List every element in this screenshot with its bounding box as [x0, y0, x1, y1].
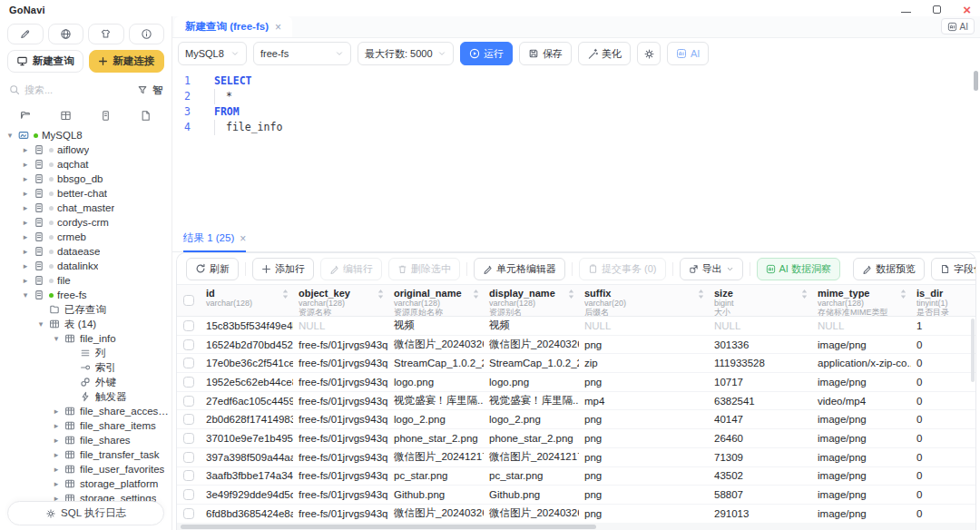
cell-original_name[interactable]: 视觉盛宴！库里隔...	[388, 392, 484, 410]
sql-editor[interactable]: 1SELECT2*3FROM4file_info	[172, 69, 980, 225]
cell-object_key[interactable]: free-fs/01jrvgs943q...	[293, 392, 388, 410]
expand-arrow-icon[interactable]: ▸	[52, 407, 61, 416]
table-hscrollbar[interactable]	[177, 523, 975, 530]
collapse-arrow-icon[interactable]: ▾	[21, 290, 30, 299]
expand-arrow-icon[interactable]: ▸	[52, 436, 61, 445]
cell-is_dir[interactable]: 0	[911, 429, 975, 447]
tab-tables-grid[interactable]	[45, 106, 85, 125]
cell-mime_type[interactable]: NULL	[812, 317, 911, 335]
tree-item-datalinkx[interactable]: ▸datalinkx	[0, 259, 172, 273]
cell-mime_type[interactable]: image/png	[812, 373, 911, 391]
row-checkbox[interactable]	[183, 508, 194, 519]
cell-original_name[interactable]: StreamCap_1.0.2_2_...	[388, 354, 484, 372]
sort-icon[interactable]	[801, 290, 808, 300]
cell-is_dir[interactable]: 0	[911, 373, 975, 391]
expand-arrow-icon[interactable]: ▸	[52, 450, 61, 459]
cell-display_name[interactable]: StreamCap_1.0.2_2_...	[484, 354, 579, 372]
row-checkbox[interactable]	[183, 433, 194, 444]
expand-arrow-icon[interactable]: ▸	[21, 174, 30, 183]
tab-query-files[interactable]	[126, 106, 166, 125]
tree-item-file-user-favorites[interactable]: ▸file_user_favorites	[0, 462, 172, 476]
column-header-suffix[interactable]: suffixvarchar(20)后缀名	[579, 285, 709, 316]
column-header-id[interactable]: idvarchar(128)	[201, 285, 293, 316]
cell-size[interactable]: NULL	[709, 317, 812, 335]
new-query-button[interactable]: 新建查询	[7, 50, 83, 73]
cell-mime_type[interactable]: image/png	[812, 467, 911, 486]
database-select[interactable]: free-fs	[253, 42, 351, 65]
search-input[interactable]	[24, 84, 132, 95]
cell-suffix[interactable]: png	[579, 336, 709, 354]
collapse-arrow-icon[interactable]: ▾	[5, 131, 15, 140]
edit-row-button[interactable]: 编辑行	[320, 258, 382, 280]
expand-arrow-icon[interactable]: ▸	[21, 247, 30, 256]
table-row[interactable]: 17e0be36c2f541ce9...free-fs/01jrvgs943q.…	[177, 354, 975, 373]
sort-icon[interactable]	[377, 290, 384, 300]
cell-original_name[interactable]: 视频	[388, 317, 484, 335]
cell-display_name[interactable]: 微信图片_20241217...	[484, 448, 579, 466]
cell-display_name[interactable]: logo_2.png	[484, 410, 579, 428]
smart-search-button[interactable]: 智	[152, 83, 162, 97]
cell-id[interactable]: 1952e5c62eb44ce8...	[201, 373, 293, 391]
cell-id[interactable]: 3e49f929dde94d5d...	[201, 486, 293, 504]
cell-size[interactable]: 111933528	[709, 354, 812, 372]
expand-arrow-icon[interactable]: ▸	[52, 421, 61, 430]
cell-id[interactable]: 6fd8bd3685424e8a...	[201, 505, 293, 523]
tree-item-crmeb[interactable]: ▸crmeb	[0, 230, 172, 244]
editor-ai-button[interactable]: AI	[667, 42, 709, 65]
tree-item-saved-queries[interactable]: 已存查询	[0, 302, 172, 317]
editor-settings-button[interactable]	[637, 42, 661, 65]
table-row[interactable]: 27edf6ac105c44598...free-fs/01jrvgs943q.…	[177, 392, 975, 411]
cell-id[interactable]: 3aafb3fbbe174a34a...	[201, 467, 293, 486]
commit-transaction-button[interactable]: 提交事务 (0)	[579, 258, 666, 280]
cell-object_key[interactable]: free-fs/01jrvgs943q...	[293, 354, 388, 372]
collapse-arrow-icon[interactable]: ▾	[36, 319, 45, 329]
cell-editor-button[interactable]: 单元格编辑器	[474, 258, 565, 280]
connection-select[interactable]: MySQL8	[178, 42, 247, 65]
cell-size[interactable]: 58807	[709, 486, 812, 504]
cell-size[interactable]: 40147	[709, 410, 812, 428]
field-info-button[interactable]: 字段信息	[931, 258, 976, 280]
row-checkbox[interactable]	[183, 470, 194, 481]
cell-display_name[interactable]: phone_star_2.png	[484, 429, 579, 447]
row-checkbox[interactable]	[183, 396, 194, 407]
column-header-is_dir[interactable]: is_dirtinyint(1)是否目录	[911, 285, 975, 316]
cell-id[interactable]: 17e0be36c2f541ce9...	[201, 354, 293, 372]
tree-item-file-share-access-record[interactable]: ▸file_share_access_record	[0, 404, 172, 418]
cell-original_name[interactable]: 微信图片_20240326...	[388, 505, 484, 523]
cell-object_key[interactable]: NULL	[293, 317, 388, 335]
cell-id[interactable]: 16524b2d70bd4527...	[201, 336, 293, 354]
cell-suffix[interactable]: png	[579, 429, 709, 447]
cell-original_name[interactable]: pc_star.png	[388, 467, 484, 486]
cell-object_key[interactable]: free-fs/01jrvgs943q...	[293, 336, 388, 354]
cell-suffix[interactable]: png	[579, 486, 709, 504]
cell-suffix[interactable]: mp4	[579, 392, 709, 410]
expand-arrow-icon[interactable]: ▸	[21, 261, 30, 270]
sort-icon[interactable]	[282, 290, 289, 300]
cell-id[interactable]: 2b0d628f17414983...	[201, 410, 293, 428]
editor-scrollbar[interactable]	[974, 71, 978, 91]
globe-button[interactable]	[48, 24, 84, 44]
tab-connections-folder[interactable]	[5, 106, 45, 125]
data-preview-button[interactable]: 数据预览	[853, 258, 925, 280]
cell-object_key[interactable]: free-fs/01jrvgs943q...	[293, 410, 388, 428]
expand-arrow-icon[interactable]: ▸	[52, 479, 61, 488]
sql-log-button[interactable]: SQL 执行日志	[7, 501, 164, 525]
cell-original_name[interactable]: Github.png	[388, 486, 484, 504]
cell-suffix[interactable]: zip	[579, 354, 709, 372]
table-row[interactable]: 3e49f929dde94d5d...free-fs/01jrvgs943q..…	[177, 486, 975, 505]
column-header-size[interactable]: sizebigint大小	[709, 285, 812, 316]
cell-display_name[interactable]: pc_star.png	[484, 467, 579, 486]
table-row[interactable]: 1952e5c62eb44ce8...free-fs/01jrvgs943q..…	[177, 373, 975, 392]
tree-item-chat-master[interactable]: ▸chat_master	[0, 201, 172, 215]
row-checkbox[interactable]	[183, 414, 194, 425]
cell-object_key[interactable]: free-fs/01jrvgs943q...	[293, 486, 388, 504]
cell-display_name[interactable]: logo.png	[484, 373, 579, 391]
tree-item-file[interactable]: ▸file	[0, 273, 172, 288]
cell-mime_type[interactable]: application/x-zip-co...	[812, 354, 911, 372]
row-checkbox[interactable]	[183, 358, 194, 368]
cell-mime_type[interactable]: video/mp4	[812, 392, 911, 410]
cell-original_name[interactable]: phone_star_2.png	[388, 429, 484, 447]
table-row[interactable]: 37010e9e7e1b4954...free-fs/01jrvgs943q..…	[177, 429, 975, 448]
tree-item-file-info[interactable]: ▾file_info	[0, 331, 172, 346]
tree-item-foreign-keys[interactable]: 外键	[0, 375, 172, 389]
